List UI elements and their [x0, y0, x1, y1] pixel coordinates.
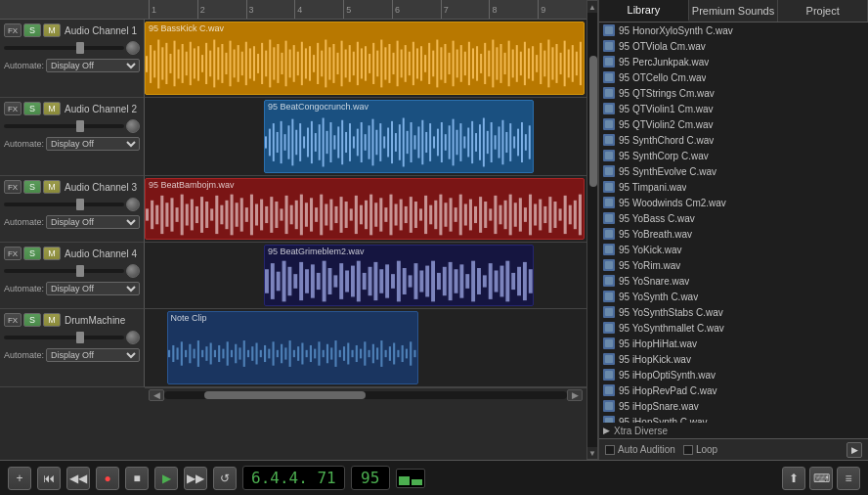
pan-knob-5[interactable]: [126, 331, 140, 344]
scroll-right-btn[interactable]: ▶: [567, 389, 583, 401]
automate-select-3[interactable]: Display Off: [46, 215, 140, 229]
clip-5[interactable]: Note Clip: [167, 311, 419, 384]
library-item-3[interactable]: 95 OTCello Cm.wav: [599, 69, 868, 85]
automate-select-2[interactable]: Display Off: [46, 137, 140, 151]
fader-handle-4[interactable]: [76, 265, 84, 277]
loop-checkbox[interactable]: [683, 445, 693, 455]
vscroll-thumb[interactable]: [589, 56, 597, 186]
fx-button-4[interactable]: FX: [4, 247, 22, 260]
fx-button-3[interactable]: FX: [4, 180, 22, 194]
library-item-16[interactable]: 95 YoSnare.wav: [599, 273, 868, 289]
export-button[interactable]: ⬆: [782, 467, 805, 490]
library-item-8[interactable]: 95 SynthCorp C.wav: [599, 148, 868, 163]
library-item-9[interactable]: 95 SynthEvolve C.wav: [599, 163, 868, 179]
pan-knob-2[interactable]: [126, 119, 140, 133]
fader-handle-5[interactable]: [76, 332, 84, 343]
vscroll-down-btn[interactable]: ▼: [587, 447, 597, 459]
add-track-button[interactable]: +: [8, 467, 31, 490]
m-button-4[interactable]: M: [43, 247, 61, 260]
track-content-5[interactable]: Note Clip: [145, 309, 586, 386]
library-item-5[interactable]: 95 QTViolin1 Cm.wav: [599, 101, 868, 116]
tracks-vertical-scrollbar[interactable]: ▲ ▼: [586, 0, 598, 460]
s-button-2[interactable]: S: [23, 102, 41, 115]
library-item-11[interactable]: 95 Woodwinds Cm2.wav: [599, 195, 868, 210]
settings-button[interactable]: ≡: [837, 467, 860, 490]
clip-4[interactable]: 95 BeatGrimeblem2.wav: [264, 245, 534, 306]
library-item-4[interactable]: 95 QTStrings Cm.wav: [599, 85, 868, 101]
fader-track-4[interactable]: [4, 269, 124, 273]
pan-knob-1[interactable]: [126, 41, 140, 55]
scroll-thumb[interactable]: [204, 391, 366, 399]
library-item-23[interactable]: 95 iHopRevPad C.wav: [599, 382, 868, 398]
library-item-21[interactable]: 95 iHopKick.wav: [599, 351, 868, 367]
library-item-19[interactable]: 95 YoSynthmallet C.wav: [599, 320, 868, 336]
clip-2[interactable]: 95 BeatCongocrunch.wav: [264, 100, 534, 173]
record-button[interactable]: ●: [96, 467, 119, 490]
scroll-track[interactable]: [164, 391, 567, 399]
vscroll-up-btn[interactable]: ▲: [587, 1, 597, 13]
fx-button-1[interactable]: FX: [4, 23, 22, 37]
stop-button[interactable]: ■: [125, 467, 149, 490]
library-item-20[interactable]: 95 iHopHiHat.wav: [599, 336, 868, 351]
scroll-left-btn[interactable]: ◀: [149, 389, 164, 401]
track-content-2[interactable]: 95 BeatCongocrunch.wav: [145, 98, 586, 175]
fader-handle-1[interactable]: [76, 42, 84, 54]
library-item-6[interactable]: 95 QTViolin2 Cm.wav: [599, 116, 868, 132]
track-content-1[interactable]: 95 BassKick C.wav: [145, 20, 586, 97]
forward-button[interactable]: ▶▶: [184, 467, 207, 490]
cycle-button[interactable]: ↺: [213, 467, 237, 490]
loop-area[interactable]: Loop: [683, 444, 717, 455]
m-button-1[interactable]: M: [43, 23, 61, 37]
auto-audition-area[interactable]: Auto Audition: [605, 444, 675, 455]
fader-handle-3[interactable]: [76, 199, 84, 210]
auto-audition-checkbox[interactable]: [605, 445, 615, 455]
fx-button-5[interactable]: FX: [4, 313, 22, 327]
horizontal-scrollbar[interactable]: ◀ ▶: [145, 387, 586, 401]
clip-1[interactable]: 95 BassKick C.wav: [145, 22, 585, 95]
tab-premium-sounds[interactable]: Premium Sounds: [689, 0, 779, 22]
s-button-5[interactable]: S: [23, 313, 41, 327]
automate-select-4[interactable]: Display Off: [46, 282, 140, 295]
play-button[interactable]: ▶: [154, 467, 178, 490]
fader-track-1[interactable]: [4, 46, 124, 50]
fader-track-3[interactable]: [4, 202, 124, 206]
clip-3[interactable]: 95 BeatBambojm.wav: [145, 178, 585, 240]
library-item-24[interactable]: 95 iHopSnare.wav: [599, 398, 868, 414]
library-item-1[interactable]: 95 OTViola Cm.wav: [599, 38, 868, 54]
m-button-5[interactable]: M: [43, 313, 61, 327]
back-button[interactable]: ◀◀: [66, 467, 90, 490]
m-button-2[interactable]: M: [43, 102, 61, 115]
tab-library[interactable]: Library: [599, 0, 689, 22]
s-button-1[interactable]: S: [23, 23, 41, 37]
keyboard-button[interactable]: ⌨: [809, 467, 833, 490]
library-item-22[interactable]: 95 iHopOptiSynth.wav: [599, 367, 868, 382]
fader-track-5[interactable]: [4, 336, 124, 339]
library-item-7[interactable]: 95 SynthChord C.wav: [599, 132, 868, 148]
library-item-2[interactable]: 95 PercJunkpak.wav: [599, 54, 868, 69]
track-content-4[interactable]: 95 BeatGrimeblem2.wav: [145, 243, 586, 308]
library-item-25[interactable]: 95 iHopSynth C.wav: [599, 414, 868, 423]
library-item-0[interactable]: 95 HonorXyloSynth C.wav: [599, 22, 868, 38]
library-item-17[interactable]: 95 YoSynth C.wav: [599, 289, 868, 304]
library-item-12[interactable]: 95 YoBass C.wav: [599, 210, 868, 226]
library-item-14[interactable]: 95 YoKick.wav: [599, 242, 868, 257]
automate-select-5[interactable]: Display Off: [46, 348, 140, 362]
m-button-3[interactable]: M: [43, 180, 61, 194]
fader-handle-2[interactable]: [76, 120, 84, 132]
fx-button-2[interactable]: FX: [4, 102, 22, 115]
library-footer-right-btn[interactable]: ▶: [846, 442, 862, 458]
pan-knob-3[interactable]: [126, 198, 140, 211]
track-content-3[interactable]: 95 BeatBambojm.wav: [145, 176, 586, 242]
pan-knob-4[interactable]: [126, 264, 140, 278]
tab-project[interactable]: Project: [778, 0, 868, 22]
library-item-10[interactable]: 95 Timpani.wav: [599, 179, 868, 195]
s-button-3[interactable]: S: [23, 180, 41, 194]
rewind-button[interactable]: ⏮: [37, 467, 61, 490]
fader-track-2[interactable]: [4, 124, 124, 128]
library-item-15[interactable]: 95 YoRim.wav: [599, 257, 868, 273]
library-folder[interactable]: ▶ Xtra Diverse: [599, 423, 868, 438]
automate-select-1[interactable]: Display Off: [46, 59, 140, 72]
library-item-13[interactable]: 95 YoBreath.wav: [599, 226, 868, 242]
library-item-18[interactable]: 95 YoSynthStabs C.wav: [599, 304, 868, 320]
s-button-4[interactable]: S: [23, 247, 41, 260]
